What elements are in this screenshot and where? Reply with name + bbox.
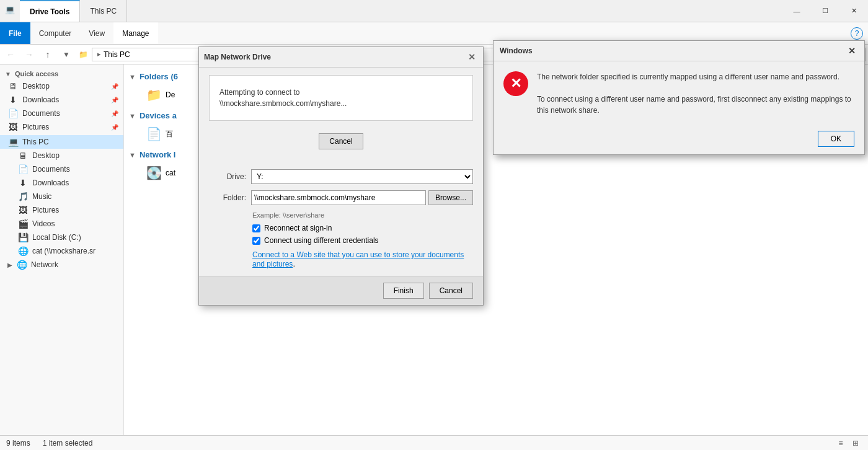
connecting-cancel-row: Cancel	[209, 128, 473, 154]
different-creds-label: Connect using different credentials	[264, 236, 379, 245]
different-creds-row: Connect using different credentials	[252, 236, 473, 245]
folder-input-wrap: Browse...	[251, 190, 473, 205]
dialog-overlay: Map Network Drive ✕ Attempting to connec…	[0, 0, 868, 450]
error-message-2: To connect using a different user name a…	[537, 94, 854, 116]
example-text: Example: \\server\share	[252, 211, 473, 219]
ok-button[interactable]: OK	[818, 131, 854, 147]
map-drive-connecting-area: Attempting to connect to \\mockshare.smb…	[199, 68, 483, 162]
connecting-cancel-button[interactable]: Cancel	[319, 133, 363, 149]
reconnect-row: Reconnect at sign-in	[252, 224, 473, 232]
reconnect-checkbox[interactable]	[252, 224, 260, 232]
drive-select[interactable]: Y:Z:X:	[251, 169, 473, 184]
web-link-row: Connect to a Web site that you can use t…	[252, 250, 473, 268]
windows-dialog-footer: OK	[494, 126, 864, 154]
connecting-path: \\mockshare.smbmock.com\myshare...	[219, 99, 463, 108]
error-icon: ✕	[503, 71, 528, 96]
map-network-drive-dialog: Map Network Drive ✕ Attempting to connec…	[198, 46, 484, 306]
web-link[interactable]: Connect to a Web site that you can use t…	[252, 250, 464, 268]
folder-input[interactable]	[251, 190, 426, 205]
folder-row: Folder: Browse...	[209, 190, 473, 205]
windows-error-dialog: Windows ✕ ✕ The network folder specified…	[493, 40, 865, 155]
web-link-dot: .	[293, 259, 295, 268]
finish-button[interactable]: Finish	[383, 283, 424, 299]
reconnect-label: Reconnect at sign-in	[264, 224, 332, 232]
map-drive-form: Drive: Y:Z:X: Folder: Browse... Example:…	[199, 162, 483, 276]
different-creds-checkbox[interactable]	[252, 237, 260, 245]
map-drive-title-bar: Map Network Drive ✕	[199, 47, 483, 68]
windows-dialog-body: ✕ The network folder specified is curren…	[494, 61, 864, 126]
drive-row: Drive: Y:Z:X:	[209, 169, 473, 184]
map-drive-close-button[interactable]: ✕	[466, 51, 478, 63]
error-message-1: The network folder specified is currentl…	[537, 71, 854, 82]
map-drive-cancel-button[interactable]: Cancel	[429, 283, 473, 299]
browse-button[interactable]: Browse...	[428, 190, 473, 205]
windows-dialog-close-button[interactable]: ✕	[846, 45, 858, 57]
connecting-label: Attempting to connect to	[219, 88, 463, 97]
windows-dialog-title-bar: Windows ✕	[494, 41, 864, 61]
drive-label: Drive:	[209, 172, 246, 181]
connecting-message-box: Attempting to connect to \\mockshare.smb…	[209, 75, 473, 121]
folder-label: Folder:	[209, 193, 246, 202]
map-drive-title: Map Network Drive	[204, 53, 271, 61]
windows-dialog-message: The network folder specified is currentl…	[537, 71, 854, 116]
windows-dialog-title: Windows	[500, 46, 533, 55]
map-drive-footer: Finish Cancel	[199, 276, 483, 305]
